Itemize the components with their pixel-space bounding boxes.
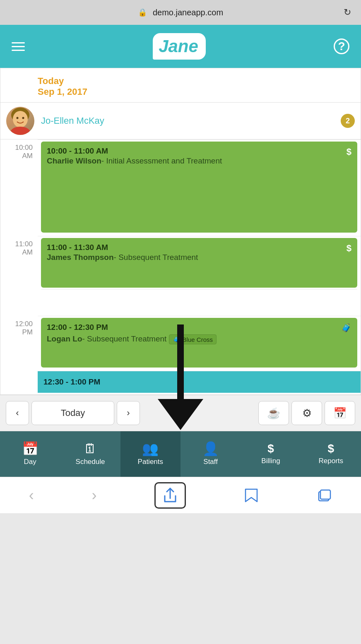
avatar	[6, 107, 34, 135]
logo: Jane	[153, 33, 206, 60]
svg-point-2	[17, 117, 19, 119]
help-button[interactable]: ?	[334, 38, 349, 54]
logo-text: Jane	[159, 36, 198, 56]
appt-time-teal: 12:30 - 1:00 PM	[43, 377, 100, 387]
logo-bubble: Jane	[153, 33, 206, 60]
hamburger-line-1	[12, 42, 25, 43]
nav-item-reports[interactable]: $ Reports	[301, 431, 361, 477]
appointment-area-1230pm: 12:30 - 1:00 PM	[38, 371, 361, 394]
practitioner-name: Jo-Ellen McKay	[34, 115, 341, 126]
appointment-area-11am: 11:00 - 11:30 AM James Thompson- Subsequ…	[38, 236, 361, 316]
settings-button[interactable]: ⚙	[291, 401, 322, 425]
calendar-area: Today Sep 1, 2017	[0, 68, 361, 395]
time-block-1230pm: 12:30 - 1:00 PM	[0, 371, 361, 394]
schedule-container: 10:00AM 10:00 - 11:00 AM Charlie Wilson-…	[0, 139, 361, 394]
ios-back-button[interactable]: ‹	[29, 487, 34, 504]
appointment-charlie[interactable]: 10:00 - 11:00 AM Charlie Wilson- Initial…	[41, 142, 357, 233]
today-button[interactable]: Today	[31, 401, 114, 425]
nav-item-staff[interactable]: 👤 Staff	[180, 431, 241, 477]
bottom-nav: 📅 Day 🗓 Schedule 👥 Patients 👤 Staff $ Bi…	[0, 431, 361, 477]
coffee-button[interactable]: ☕	[258, 401, 289, 425]
hamburger-line-2	[12, 46, 25, 47]
schedule-label: Schedule	[76, 458, 105, 466]
tabs-icon	[316, 488, 332, 503]
svg-point-4	[10, 127, 30, 135]
appt-time-logan: 12:00 - 12:30 PM	[47, 323, 351, 332]
time-block-11am: 11:00AM 11:00 - 11:30 AM James Thompson-…	[0, 236, 361, 316]
time-label-12pm: 12:00PM	[0, 316, 38, 371]
insurance-badge-logan: 🧳 Blue Cross	[169, 334, 217, 344]
appointment-area-12pm: 12:00 - 12:30 PM Logan Lo- Subsequent Tr…	[38, 316, 361, 371]
appointment-james[interactable]: 11:00 - 11:30 AM James Thompson- Subsequ…	[41, 238, 357, 288]
nav-item-patients[interactable]: 👥 Patients	[120, 431, 180, 477]
reports-label: Reports	[319, 457, 344, 465]
avatar-svg	[6, 107, 34, 135]
dollar-icon-charlie: $	[347, 147, 351, 157]
schedule-icon: 🗓	[84, 442, 97, 455]
staff-icon: 👤	[202, 442, 219, 455]
main-content: Today Sep 1, 2017	[0, 68, 361, 395]
appt-details-logan: Logan Lo- Subsequent Treatment 🧳 Blue Cr…	[47, 333, 351, 344]
practitioner-row[interactable]: Jo-Ellen McKay 2	[0, 103, 361, 139]
nav-item-billing[interactable]: $ Billing	[241, 431, 301, 477]
nav-item-day[interactable]: 📅 Day	[0, 431, 60, 477]
appointment-area-10am: 10:00 - 11:00 AM Charlie Wilson- Initial…	[38, 139, 361, 236]
dollar-icon-james: $	[347, 243, 351, 254]
day-icon: 📅	[22, 442, 39, 455]
time-label-11am: 11:00AM	[0, 236, 38, 316]
appt-time-charlie: 10:00 - 11:00 AM	[47, 147, 351, 156]
staff-label: Staff	[203, 458, 218, 466]
billing-icon: $	[267, 443, 274, 454]
patients-label: Patients	[138, 458, 163, 466]
appointment-teal[interactable]: 12:30 - 1:00 PM	[38, 371, 361, 393]
lock-icon: 🔒	[138, 8, 147, 17]
ios-forward-button[interactable]: ›	[91, 487, 96, 504]
refresh-icon[interactable]: ↻	[344, 7, 351, 18]
hamburger-line-3	[12, 50, 25, 51]
prev-button[interactable]: ‹	[6, 401, 29, 425]
reports-icon: $	[328, 443, 335, 454]
gap-row	[41, 289, 357, 314]
appointment-count-badge: 2	[341, 114, 355, 128]
briefcase-icon-logan: 🧳	[341, 323, 351, 333]
time-label-1230pm	[0, 371, 38, 394]
time-block-10am: 10:00AM 10:00 - 11:00 AM Charlie Wilson-…	[0, 139, 361, 236]
svg-rect-6	[320, 490, 330, 499]
appointment-logan[interactable]: 12:00 - 12:30 PM Logan Lo- Subsequent Tr…	[41, 318, 357, 368]
appt-details-charlie: Charlie Wilson- Initial Assessment and T…	[47, 156, 351, 166]
ios-tabs-button[interactable]	[316, 488, 332, 503]
ios-bottom-bar: ‹ ›	[0, 477, 361, 513]
app-header: Jane ?	[0, 25, 361, 68]
bookmark-icon	[244, 488, 259, 503]
bottom-toolbar: ‹ Today › ☕ ⚙ 📅	[0, 395, 361, 431]
nav-item-schedule[interactable]: 🗓 Schedule	[60, 431, 120, 477]
share-icon	[163, 488, 177, 503]
url-text: demo.janeapp.com	[153, 8, 223, 17]
ios-bookmark-button[interactable]	[244, 488, 259, 503]
appt-time-james: 11:00 - 11:30 AM	[47, 243, 351, 252]
svg-point-1	[13, 111, 28, 127]
appt-details-james: James Thompson- Subsequent Treatment	[47, 253, 351, 262]
date-header: Today Sep 1, 2017	[0, 68, 361, 103]
today-label: Today	[38, 76, 353, 87]
browser-bar: 🔒 demo.janeapp.com ↻	[0, 0, 361, 25]
next-button[interactable]: ›	[117, 401, 140, 425]
time-label-10am: 10:00AM	[0, 139, 38, 236]
date-full: Sep 1, 2017	[38, 87, 353, 97]
svg-point-3	[22, 117, 24, 119]
billing-label: Billing	[261, 457, 280, 465]
time-block-12pm: 12:00PM 12:00 - 12:30 PM Logan Lo- Subse…	[0, 316, 361, 371]
patients-icon: 👥	[142, 442, 159, 455]
hamburger-menu-icon[interactable]	[12, 42, 25, 51]
ios-share-button[interactable]	[154, 482, 186, 509]
briefcase-icon-small: 🧳	[173, 336, 180, 343]
avatar-image	[6, 107, 34, 135]
calendar-button[interactable]: 📅	[325, 401, 355, 425]
day-label: Day	[24, 458, 36, 466]
